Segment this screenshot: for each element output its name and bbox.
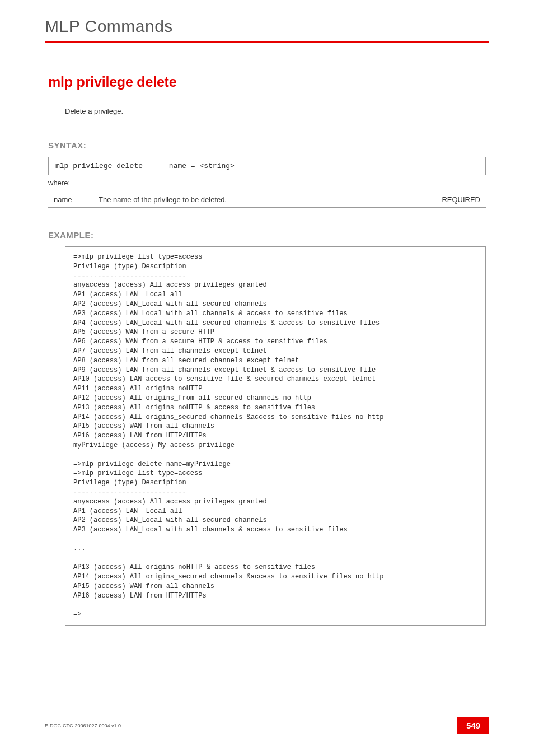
page-footer: E-DOC-CTC-20061027-0004 v1.0 549	[45, 717, 489, 734]
command-title: mlp privilege delete	[48, 74, 489, 90]
where-label: where:	[48, 179, 489, 187]
param-table: name The name of the privilege to be del…	[48, 192, 486, 208]
header-divider	[45, 41, 489, 43]
chapter-title: MLP Commands	[45, 17, 489, 36]
syntax-heading: SYNTAX:	[48, 141, 489, 150]
param-name: name	[48, 192, 93, 208]
example-heading: EXAMPLE:	[48, 230, 489, 240]
doc-id: E-DOC-CTC-20061027-0004 v1.0	[45, 723, 121, 729]
command-intro: Delete a privilege.	[65, 107, 489, 115]
example-code: =>mlp privilege list type=access Privile…	[65, 246, 486, 626]
table-row: name The name of the privilege to be del…	[48, 192, 486, 208]
param-required: REQUIRED	[419, 192, 486, 208]
param-desc: The name of the privilege to be deleted.	[93, 192, 419, 208]
syntax-code: mlp privilege delete name = <string>	[48, 157, 486, 175]
page-number-badge: 549	[457, 717, 489, 734]
